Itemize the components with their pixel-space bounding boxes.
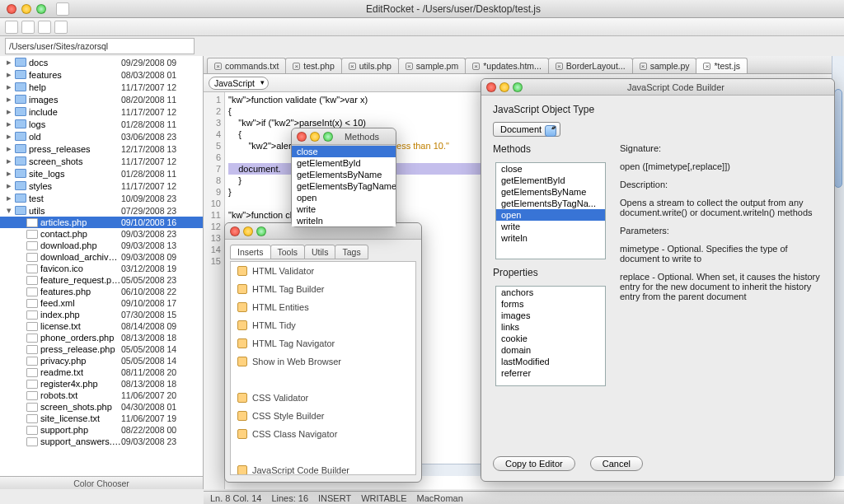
builder-property-item[interactable]: anchors bbox=[496, 287, 605, 298]
file-row[interactable]: ▸styles11/17/2007 12 bbox=[0, 180, 203, 192]
file-row[interactable]: feed.xml09/10/2008 17 bbox=[0, 297, 203, 309]
builder-property-item[interactable]: cookie bbox=[496, 333, 605, 344]
file-row[interactable]: download.php09/03/2008 13 bbox=[0, 240, 203, 251]
builder-property-item[interactable]: images bbox=[496, 310, 605, 321]
file-row[interactable]: ▸docs09/29/2008 09 bbox=[0, 56, 203, 68]
close-tab-icon[interactable]: × bbox=[406, 63, 413, 70]
method-item[interactable]: getElementById bbox=[292, 157, 396, 169]
builder-methods-list[interactable]: closegetElementByIdgetElementsByNamegetE… bbox=[495, 162, 606, 259]
close-tab-icon[interactable]: × bbox=[214, 63, 222, 70]
language-selector[interactable]: JavaScript bbox=[209, 77, 269, 90]
file-row[interactable]: ▸screen_shots11/17/2007 12 bbox=[0, 155, 203, 167]
inserts-tab[interactable]: Utils bbox=[304, 245, 335, 259]
inserts-tab[interactable]: Tools bbox=[270, 245, 306, 259]
file-row[interactable]: ▸features08/03/2008 01 bbox=[0, 68, 203, 81]
editor-tab[interactable]: ×utils.php bbox=[341, 58, 399, 73]
path-input[interactable] bbox=[5, 38, 195, 54]
builder-method-item[interactable]: write bbox=[496, 221, 605, 232]
file-row[interactable]: ▸include11/17/2007 12 bbox=[0, 105, 203, 118]
file-row[interactable]: screen_shots.php04/30/2008 01 bbox=[0, 401, 203, 413]
file-row[interactable]: site_license.txt11/06/2007 19 bbox=[0, 413, 203, 424]
file-row[interactable]: privacy.php05/05/2008 14 bbox=[0, 355, 203, 366]
file-row[interactable]: register4x.php08/13/2008 18 bbox=[0, 378, 203, 390]
builder-method-item[interactable]: getElementById bbox=[496, 175, 605, 186]
insert-item[interactable]: HTML Tag Builder bbox=[231, 280, 415, 298]
zoom-icon[interactable] bbox=[323, 132, 333, 142]
file-row[interactable]: readme.txt08/11/2008 20 bbox=[0, 366, 203, 378]
editor-tab[interactable]: ×*updates.htm... bbox=[465, 58, 549, 73]
file-row[interactable]: ▾utils07/29/2008 23 bbox=[0, 204, 203, 217]
insert-item[interactable]: HTML Entities bbox=[231, 298, 415, 316]
zoom-icon[interactable] bbox=[256, 226, 266, 236]
method-item[interactable]: getElementsByName bbox=[292, 169, 396, 180]
file-row[interactable]: download_archive.php09/03/2008 09 bbox=[0, 251, 203, 263]
builder-method-item[interactable]: close bbox=[496, 163, 605, 175]
toolbar-toggle-icon[interactable] bbox=[56, 2, 69, 16]
file-row[interactable]: support.php08/22/2008 00 bbox=[0, 424, 203, 436]
new-file-icon[interactable] bbox=[5, 21, 18, 34]
editor-tab[interactable]: ×BorderLayout... bbox=[548, 58, 633, 73]
cancel-button[interactable]: Cancel bbox=[590, 456, 643, 471]
builder-method-item[interactable]: open bbox=[496, 209, 605, 221]
close-icon[interactable] bbox=[230, 226, 240, 236]
inserts-tab[interactable]: Inserts bbox=[230, 245, 271, 259]
file-tree[interactable]: ▸docs09/29/2008 09▸features08/03/2008 01… bbox=[0, 56, 203, 476]
builder-method-item[interactable]: getElementsByTagNa... bbox=[496, 198, 605, 209]
color-chooser-label[interactable]: Color Chooser bbox=[0, 476, 203, 489]
minimize-icon[interactable] bbox=[310, 132, 320, 142]
builder-property-item[interactable]: referrer bbox=[496, 367, 605, 379]
open-file-icon[interactable] bbox=[21, 21, 35, 34]
inserts-list[interactable]: HTML ValidatorHTML Tag BuilderHTML Entit… bbox=[230, 261, 416, 475]
refresh-icon[interactable] bbox=[54, 21, 68, 34]
editor-tab[interactable]: ×*test.js bbox=[696, 58, 748, 73]
file-row[interactable]: contact.php09/03/2008 23 bbox=[0, 228, 203, 240]
insert-item[interactable]: CSS Validator bbox=[231, 389, 415, 407]
builder-properties-list[interactable]: anchorsformsimageslinkscookiedomainlastM… bbox=[495, 286, 606, 386]
editor-tab[interactable]: ×sample.py bbox=[632, 58, 697, 73]
close-tab-icon[interactable]: × bbox=[640, 63, 647, 70]
editor-tab[interactable]: ×test.php bbox=[285, 58, 341, 73]
file-row[interactable]: ▸logs01/28/2008 11 bbox=[0, 118, 203, 130]
file-row[interactable]: ▸press_releases12/17/2008 13 bbox=[0, 142, 203, 155]
insert-item[interactable]: JavaScript Code Builder bbox=[231, 461, 415, 475]
method-item[interactable]: write bbox=[292, 203, 396, 215]
file-row[interactable]: phone_orders.php08/13/2008 18 bbox=[0, 332, 203, 343]
insert-item[interactable]: Show in Web Browser bbox=[231, 352, 415, 371]
file-row[interactable]: articles.php09/10/2008 16 bbox=[0, 217, 203, 228]
file-row[interactable]: feature_request.php05/05/2008 23 bbox=[0, 274, 203, 286]
editor-tab[interactable]: ×sample.pm bbox=[398, 58, 466, 73]
file-row[interactable]: license.txt08/14/2008 09 bbox=[0, 320, 203, 332]
close-tab-icon[interactable]: × bbox=[556, 63, 563, 70]
builder-method-item[interactable]: getElementsByName bbox=[496, 186, 605, 198]
insert-item[interactable]: CSS Class Navigator bbox=[231, 425, 415, 443]
insert-item[interactable]: HTML Validator bbox=[231, 262, 415, 280]
file-row[interactable]: support_answers.php09/03/2008 23 bbox=[0, 436, 203, 447]
insert-item[interactable]: HTML Tidy bbox=[231, 316, 415, 334]
close-tab-icon[interactable]: × bbox=[349, 63, 356, 70]
file-row[interactable]: ▸site_logs01/28/2008 11 bbox=[0, 167, 203, 180]
file-row[interactable]: ▸test10/09/2008 23 bbox=[0, 192, 203, 204]
insert-item[interactable]: HTML Tag Navigator bbox=[231, 334, 415, 352]
method-item[interactable]: open bbox=[292, 192, 396, 203]
close-icon[interactable] bbox=[297, 132, 307, 142]
save-file-icon[interactable] bbox=[38, 21, 51, 34]
method-item[interactable]: close bbox=[292, 146, 396, 157]
builder-property-item[interactable]: domain bbox=[496, 344, 605, 356]
close-window-icon[interactable] bbox=[7, 4, 16, 14]
method-item[interactable]: getElementsByTagName bbox=[292, 180, 396, 192]
file-row[interactable]: index.php07/30/2008 15 bbox=[0, 309, 203, 320]
minimize-icon[interactable] bbox=[499, 82, 509, 92]
file-row[interactable]: press_release.php05/05/2008 14 bbox=[0, 343, 203, 355]
close-tab-icon[interactable]: × bbox=[293, 63, 300, 70]
file-row[interactable]: robots.txt11/06/2007 20 bbox=[0, 390, 203, 401]
builder-property-item[interactable]: links bbox=[496, 321, 605, 333]
file-row[interactable]: features.php06/10/2008 22 bbox=[0, 286, 203, 297]
builder-property-item[interactable]: lastModified bbox=[496, 356, 605, 367]
file-row[interactable]: ▸old03/06/2008 23 bbox=[0, 130, 203, 142]
minimize-icon[interactable] bbox=[243, 226, 253, 236]
minimize-window-icon[interactable] bbox=[21, 4, 31, 14]
object-type-select[interactable]: Document bbox=[493, 122, 560, 137]
editor-tab[interactable]: ×commands.txt bbox=[207, 58, 286, 73]
file-row[interactable]: ▸help11/17/2007 12 bbox=[0, 81, 203, 93]
copy-to-editor-button[interactable]: Copy to Editor bbox=[493, 456, 575, 471]
